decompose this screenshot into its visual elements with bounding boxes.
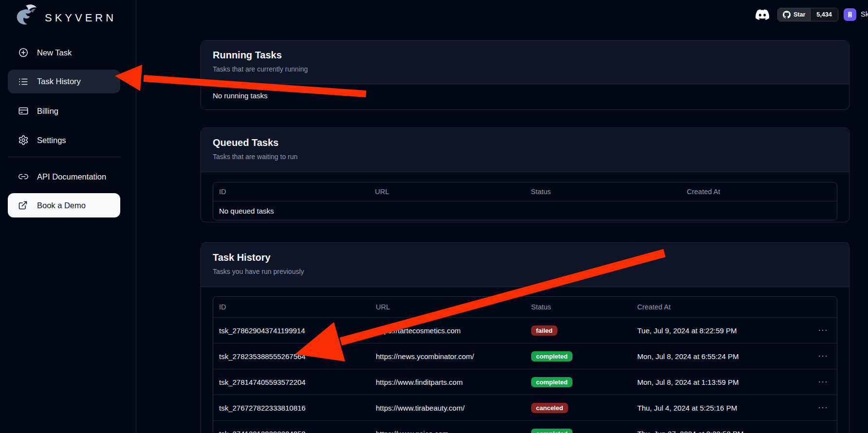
table-row[interactable]: tsk_278147405593572204 https://www.findi…	[213, 369, 837, 395]
user-name-truncated: Sk	[861, 10, 868, 18]
sidebar: SKYVERN New Task Task History Billing Se	[0, 0, 136, 433]
no-queued-tasks-text: No queued tasks	[213, 207, 274, 215]
table-header-row: ID URL Status Created At	[213, 182, 837, 201]
card-title: Queued Tasks	[213, 137, 837, 149]
column-header-status: Status	[525, 303, 631, 311]
task-history-table: ID URL Status Created At tsk_27862904374…	[213, 296, 837, 433]
table-row[interactable]: tsk_278235388555267564 https://news.ycom…	[213, 343, 837, 369]
sidebar-item-label: Billing	[37, 107, 58, 116]
card-subtitle: Tasks you have run previously	[213, 267, 837, 276]
github-icon	[783, 11, 791, 18]
queued-tasks-table: ID URL Status Created At No queued tasks	[213, 182, 837, 220]
row-actions-button[interactable]: ···	[818, 429, 828, 433]
task-id: tsk_278235388555267564	[213, 352, 370, 361]
sidebar-item-new-task[interactable]: New Task	[8, 41, 120, 64]
no-running-tasks-text: No running tasks	[201, 84, 849, 107]
task-history-card: Task History Tasks you have run previous…	[201, 242, 850, 433]
card-title: Task History	[213, 252, 837, 264]
task-created-at: Thu, Jun 27, 2024 at 8:38:58 PM	[631, 430, 809, 433]
status-badge: completed	[531, 429, 573, 433]
sidebar-item-label: New Task	[37, 48, 72, 57]
status-badge: canceled	[531, 403, 568, 413]
queued-tasks-card: Queued Tasks Tasks that are waiting to r…	[201, 127, 850, 222]
task-url: https://www.finditparts.com	[370, 378, 525, 386]
sidebar-item-label: Task History	[37, 77, 81, 86]
task-url: https://news.ycombinator.com/	[370, 352, 525, 361]
column-header-created-at: Created At	[681, 188, 837, 196]
github-star-label: Star	[794, 11, 805, 18]
discord-icon[interactable]	[756, 8, 769, 21]
column-header-url: URL	[369, 188, 525, 196]
external-link-icon	[18, 200, 29, 211]
task-url: https://tartecosmetics.com	[370, 326, 525, 335]
column-header-status: Status	[525, 188, 681, 196]
queued-tasks-header: Queued Tasks Tasks that are waiting to r…	[201, 128, 849, 172]
sidebar-item-task-history[interactable]: Task History	[8, 70, 120, 93]
list-icon	[18, 76, 29, 87]
task-created-at: Mon, Jul 8, 2024 at 6:55:24 PM	[631, 352, 809, 361]
column-header-id: ID	[213, 303, 370, 311]
github-star-widget[interactable]: Star 5,434	[777, 8, 838, 21]
row-actions-button[interactable]: ···	[818, 378, 828, 386]
sidebar-item-label: Settings	[37, 136, 66, 145]
card-title: Running Tasks	[213, 49, 837, 61]
sidebar-item-billing[interactable]: Billing	[8, 100, 120, 122]
sidebar-item-settings[interactable]: Settings	[8, 129, 120, 151]
user-avatar[interactable]	[844, 8, 856, 21]
sidebar-divider	[7, 157, 121, 157]
task-url: https://www.geico.com	[370, 430, 525, 433]
table-header-row: ID URL Status Created At	[213, 297, 837, 317]
link-icon	[18, 171, 29, 182]
task-created-at: Tue, Jul 9, 2024 at 8:22:59 PM	[631, 326, 809, 335]
status-badge: completed	[531, 351, 573, 361]
card-subtitle: Tasks that are waiting to run	[213, 152, 837, 161]
column-header-created-at: Created At	[631, 303, 809, 311]
task-created-at: Thu, Jul 4, 2024 at 5:25:16 PM	[631, 404, 809, 412]
task-created-at: Mon, Jul 8, 2024 at 1:13:59 PM	[631, 378, 809, 386]
plus-circle-icon	[18, 47, 29, 58]
task-url: https://www.tirabeauty.com/	[370, 404, 525, 412]
task-history-header: Task History Tasks you have run previous…	[201, 243, 849, 287]
column-header-url: URL	[370, 303, 525, 311]
github-star-count: 5,434	[811, 8, 837, 21]
status-badge: failed	[531, 325, 557, 336]
building-icon	[847, 11, 853, 18]
skyvern-app: SKYVERN New Task Task History Billing Se	[0, 0, 868, 433]
gear-icon	[18, 135, 29, 145]
github-star-button[interactable]: Star	[778, 8, 811, 21]
row-actions-button[interactable]: ···	[818, 352, 828, 361]
table-row[interactable]: tsk_274180139292204058 https://www.geico…	[213, 420, 837, 433]
row-actions-button[interactable]: ···	[818, 403, 828, 412]
task-id: tsk_276727822333810816	[213, 404, 370, 412]
column-header-id: ID	[213, 188, 369, 196]
table-row[interactable]: tsk_278629043741199914 https://tartecosm…	[213, 317, 837, 343]
sidebar-item-label: API Documentation	[37, 172, 106, 181]
book-a-demo-button[interactable]: Book a Demo	[8, 193, 120, 217]
topbar: Star 5,434 Sk	[0, 0, 868, 29]
credit-card-icon	[18, 106, 29, 116]
task-id: tsk_274180139292204058	[213, 430, 370, 433]
card-subtitle: Tasks that are currently running	[213, 65, 837, 73]
book-a-demo-label: Book a Demo	[37, 201, 86, 210]
running-tasks-card: Running Tasks Tasks that are currently r…	[201, 40, 850, 110]
empty-row: No queued tasks	[213, 201, 837, 220]
row-actions-button[interactable]: ···	[818, 326, 828, 335]
status-badge: completed	[531, 377, 573, 387]
running-tasks-header: Running Tasks Tasks that are currently r…	[201, 41, 849, 84]
task-id: tsk_278629043741199914	[213, 326, 370, 335]
table-row[interactable]: tsk_276727822333810816 https://www.tirab…	[213, 395, 837, 420]
task-id: tsk_278147405593572204	[213, 378, 370, 386]
sidebar-item-api-documentation[interactable]: API Documentation	[8, 165, 120, 188]
